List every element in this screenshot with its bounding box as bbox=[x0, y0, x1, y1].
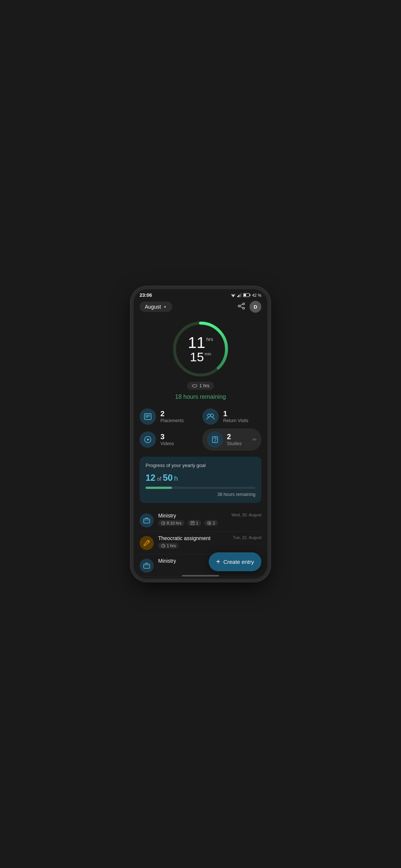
return-visits-label: Return Visits bbox=[223, 418, 248, 423]
ministry-icon bbox=[140, 513, 154, 527]
entry-type: Theocratic assignment bbox=[158, 535, 228, 541]
hours-display: 11 bbox=[188, 334, 205, 351]
svg-rect-9 bbox=[250, 295, 250, 296]
svg-rect-18 bbox=[144, 414, 151, 420]
entry-date: Wed, 30. August bbox=[231, 513, 261, 517]
edit-icon[interactable]: ✏ bbox=[252, 437, 257, 443]
clock-icon bbox=[161, 521, 165, 525]
svg-point-22 bbox=[208, 414, 211, 417]
progress-bar-fill bbox=[146, 487, 172, 489]
svg-point-11 bbox=[243, 303, 245, 305]
return-visits-icon-circle bbox=[202, 408, 219, 425]
studies-value: 2 bbox=[227, 433, 242, 440]
entry-time-badge: 1 hrs bbox=[158, 543, 179, 549]
return-visits-value: 1 bbox=[223, 410, 248, 417]
studies-stat[interactable]: 2 Studies ✏ bbox=[202, 428, 261, 451]
svg-marker-37 bbox=[209, 522, 211, 524]
signal-icon bbox=[237, 293, 242, 297]
studies-info: 2 Studies bbox=[227, 433, 242, 446]
home-indicator bbox=[182, 575, 219, 576]
clock-icon bbox=[161, 544, 165, 548]
status-icons: 42 % bbox=[231, 293, 261, 297]
briefcase-icon bbox=[143, 517, 150, 523]
videos-label: Videos bbox=[160, 441, 174, 446]
placements-icon bbox=[144, 413, 151, 420]
chevron-down-icon: ▼ bbox=[163, 305, 167, 309]
circle-wrapper: 11hrs 15min bbox=[171, 319, 230, 379]
svg-rect-10 bbox=[244, 294, 246, 296]
svg-rect-4 bbox=[237, 296, 238, 297]
videos-stat: 3 Videos bbox=[140, 428, 199, 451]
circle-center: 11hrs 15min bbox=[188, 335, 213, 363]
entry-details: 8:10 hrs 1 bbox=[158, 520, 227, 526]
entry-videos-badge: 2 bbox=[204, 520, 218, 526]
videos-icon bbox=[144, 436, 151, 443]
placements-stat: 2 Placements bbox=[140, 408, 199, 425]
header-actions: D bbox=[238, 301, 261, 313]
min-label: min bbox=[205, 352, 211, 356]
svg-rect-42 bbox=[144, 564, 150, 568]
svg-line-32 bbox=[163, 523, 164, 524]
svg-point-27 bbox=[215, 441, 215, 442]
month-selector[interactable]: August ▼ bbox=[140, 302, 172, 312]
entry-date-right: Wed, 30. August bbox=[231, 513, 261, 517]
svg-marker-25 bbox=[147, 438, 150, 441]
studies-icon-circle bbox=[207, 431, 223, 448]
screen: 23:06 bbox=[134, 289, 267, 579]
doc-icon bbox=[190, 521, 195, 525]
stats-grid: 2 Placements 1 Return Visits bbox=[134, 402, 267, 454]
battery-icon bbox=[243, 293, 251, 297]
svg-point-13 bbox=[243, 307, 245, 309]
status-time: 23:06 bbox=[140, 292, 152, 298]
entry-item[interactable]: Ministry 8:10 hrs bbox=[140, 509, 261, 532]
plus-icon: + bbox=[216, 558, 221, 566]
videos-info: 3 Videos bbox=[160, 433, 174, 446]
progress-unit: h bbox=[174, 475, 178, 483]
yearly-remaining: 38 hours remaining bbox=[146, 492, 255, 497]
hrs-label: hrs bbox=[206, 336, 213, 342]
share-icon bbox=[238, 303, 245, 309]
placements-label: Placements bbox=[160, 418, 184, 423]
return-visits-info: 1 Return Visits bbox=[223, 410, 248, 423]
entry-details: 1 hrs bbox=[158, 543, 228, 549]
entry-date: Tue, 22. August bbox=[233, 535, 261, 540]
entry-type: Ministry bbox=[158, 513, 227, 519]
service-hours: 1 hrs bbox=[199, 383, 209, 388]
entry-date-right: Tue, 22. August bbox=[233, 535, 261, 540]
avatar[interactable]: D bbox=[250, 301, 261, 313]
placements-icon-circle bbox=[140, 408, 156, 425]
entry-item[interactable]: Theocratic assignment 1 hrs T bbox=[140, 532, 261, 554]
share-button[interactable] bbox=[238, 303, 245, 311]
entry-time-badge: 8:10 hrs bbox=[158, 520, 185, 526]
wifi-icon bbox=[231, 293, 236, 297]
yearly-goal-title: Progress of your yearly goal bbox=[146, 463, 255, 468]
status-bar: 23:06 bbox=[134, 289, 267, 299]
wrench-icon bbox=[143, 540, 150, 546]
hands-icon bbox=[192, 384, 198, 388]
progress-of: of bbox=[157, 476, 162, 482]
studies-label: Studies bbox=[227, 441, 242, 446]
battery-percentage: 42 % bbox=[252, 293, 261, 297]
minutes-display: 15 bbox=[190, 350, 204, 364]
fab-label: Create entry bbox=[223, 559, 254, 565]
svg-line-14 bbox=[240, 304, 242, 306]
placements-info: 2 Placements bbox=[160, 410, 184, 423]
create-entry-button[interactable]: + Create entry bbox=[209, 552, 261, 571]
play-circle-icon bbox=[207, 521, 211, 525]
monthly-remaining: 18 hours remaining bbox=[175, 394, 226, 400]
entry-placements-badge: 1 bbox=[188, 520, 201, 526]
progress-current: 12 bbox=[146, 473, 156, 483]
svg-rect-6 bbox=[239, 294, 240, 297]
service-badge: 1 hrs bbox=[187, 382, 214, 390]
progress-bar-background bbox=[146, 487, 255, 489]
entry-content: Ministry 8:10 hrs bbox=[158, 513, 227, 526]
entry-content: Theocratic assignment 1 hrs bbox=[158, 535, 228, 549]
ministry-icon bbox=[140, 559, 154, 573]
briefcase-icon bbox=[143, 563, 150, 569]
yearly-goal-card: Progress of your yearly goal 12 of 50 h … bbox=[140, 457, 261, 503]
svg-line-15 bbox=[240, 306, 242, 308]
theocratic-icon bbox=[140, 536, 154, 550]
svg-rect-5 bbox=[238, 295, 239, 297]
circle-container: 11hrs 15min 1 hrs 18 hours remaining bbox=[134, 316, 267, 402]
header: August ▼ D bbox=[134, 299, 267, 316]
